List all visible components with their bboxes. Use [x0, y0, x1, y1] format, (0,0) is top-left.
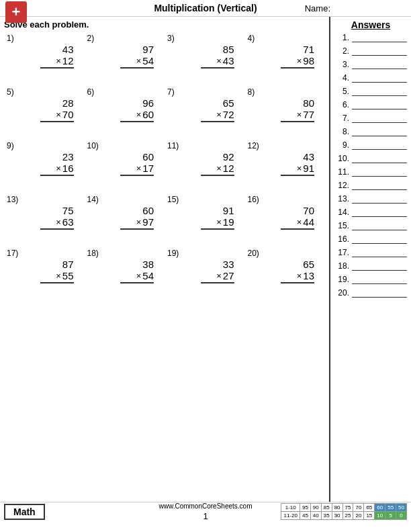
answer-line [40, 121, 74, 122]
answer-blank[interactable] [352, 100, 407, 109]
answer-blank[interactable] [352, 181, 407, 190]
multiply-sign: × [297, 56, 302, 66]
score-section: 1-109590858075706560555011-2045403530252… [281, 503, 407, 520]
multiplier-row: × 19 [216, 216, 234, 228]
answer-blank[interactable] [352, 140, 407, 150]
answer-number: 6. [334, 100, 349, 109]
answer-blank[interactable] [352, 114, 407, 123]
answer-number: 14. [334, 208, 349, 217]
multiplier-row: × 54 [136, 55, 154, 66]
multiplicand: 43 [62, 44, 74, 55]
score-range: 11-20 [281, 512, 300, 520]
answer-number: 17. [334, 248, 349, 257]
score-value: 5 [385, 512, 396, 520]
answer-item: 10. [334, 154, 407, 163]
score-row: 11-20454035302520151050 [281, 512, 407, 520]
multiplier-row: × 27 [216, 270, 234, 281]
answer-blank[interactable] [352, 167, 407, 177]
problem-numbers: 91 × 19 [167, 205, 242, 228]
problem-cell: 14) 60 × 97 [85, 193, 165, 235]
problem-cell: 17) 87 × 55 [4, 247, 85, 289]
answer-number: 3. [334, 60, 349, 69]
problem-cell: 12) 43 × 91 [245, 140, 326, 181]
multiplier-row: × 12 [216, 163, 234, 174]
svg-text:+: + [12, 3, 21, 20]
score-value: 50 [396, 504, 407, 512]
problem-3: 3) 85 × 43 [167, 34, 242, 69]
score-value: 95 [300, 504, 310, 512]
answer-item: 17. [334, 248, 407, 257]
problem-numbers: 43 × 91 [248, 151, 323, 174]
multiplier-row: × 43 [216, 55, 234, 66]
score-value: 25 [342, 512, 353, 520]
multiplier: 72 [223, 109, 234, 120]
score-value: 90 [310, 504, 321, 512]
answer-blank[interactable] [352, 33, 407, 42]
row-spacer [4, 181, 325, 193]
answer-blank[interactable] [352, 234, 407, 244]
answer-line [120, 228, 154, 230]
answer-item: 16. [334, 234, 407, 244]
multiply-sign: × [136, 217, 142, 227]
answer-blank[interactable] [352, 194, 407, 204]
problem-numbers: 92 × 12 [167, 151, 242, 174]
answer-blank[interactable] [352, 261, 407, 271]
multiply-sign: × [216, 217, 222, 227]
answer-blank[interactable] [352, 46, 407, 56]
problem-cell: 20) 65 × 13 [245, 247, 326, 289]
multiplier: 12 [62, 55, 74, 66]
problems-area: Solve each problem. 1) 43 × 12 2) 97 × 5… [0, 17, 330, 502]
answer-number: 10. [334, 154, 349, 163]
score-row: 1-1095908580757065605550 [281, 504, 407, 512]
answer-number: 16. [334, 234, 349, 244]
multiply-sign: × [136, 109, 142, 120]
answer-blank[interactable] [352, 127, 407, 136]
problem-17: 17) 87 × 55 [7, 249, 82, 283]
problem-number: 3) [167, 34, 242, 43]
footer-url: www.CommonCoreSheets.com [159, 502, 253, 510]
problem-numbers: 43 × 12 [7, 44, 82, 66]
problem-cell: 8) 80 × 77 [245, 86, 326, 128]
answer-blank[interactable] [352, 73, 407, 83]
multiplier: 17 [142, 163, 154, 174]
problem-number: 12) [248, 141, 323, 150]
answer-blank[interactable] [352, 221, 407, 230]
answer-blank[interactable] [352, 208, 407, 217]
multiplier: 27 [223, 270, 234, 281]
problem-9: 9) 23 × 16 [7, 141, 82, 176]
multiplier-row: × 60 [136, 109, 154, 120]
answer-item: 11. [334, 167, 407, 177]
score-value: 35 [321, 512, 332, 520]
answer-number: 7. [334, 114, 349, 123]
multiply-sign: × [216, 271, 222, 281]
answer-blank[interactable] [352, 275, 407, 284]
problem-number: 14) [87, 195, 163, 204]
answer-blank[interactable] [352, 87, 407, 96]
multiplier-row: × 77 [297, 109, 314, 120]
answer-line [40, 282, 74, 283]
multiplier-row: × 63 [56, 216, 73, 228]
problem-number: 9) [7, 141, 82, 150]
problem-numbers: 85 × 43 [167, 44, 242, 66]
multiply-sign: × [216, 109, 222, 120]
multiply-sign: × [56, 271, 61, 281]
answer-blank[interactable] [352, 288, 407, 298]
problems-grid: 1) 43 × 12 2) 97 × 54 3) [4, 32, 325, 289]
problem-cell: 2) 97 × 54 [85, 32, 165, 74]
multiplier: 63 [62, 216, 74, 228]
answer-item: 6. [334, 100, 407, 109]
answer-blank[interactable] [352, 248, 407, 257]
multiplier: 16 [62, 163, 74, 174]
multiply-sign: × [136, 56, 142, 66]
math-badge: Math [4, 504, 45, 520]
problem-cell: 9) 23 × 16 [4, 140, 85, 181]
score-value: 60 [375, 504, 385, 512]
answer-line [201, 228, 234, 230]
answer-blank[interactable] [352, 60, 407, 69]
problem-number: 17) [7, 249, 82, 258]
answer-item: 12. [334, 181, 407, 190]
answer-number: 11. [334, 167, 349, 177]
answer-line [40, 67, 74, 69]
problem-5: 5) 28 × 70 [7, 87, 82, 122]
answer-blank[interactable] [352, 154, 407, 163]
